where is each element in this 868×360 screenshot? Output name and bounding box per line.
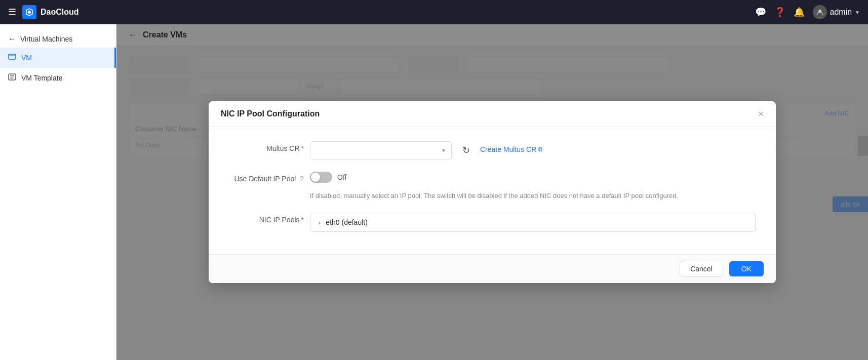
brand-name: DaoCloud bbox=[41, 8, 79, 17]
nic-ip-pools-row: NIC IP Pools* › eth0 (default) bbox=[229, 213, 756, 232]
help-icon[interactable]: ❓ bbox=[774, 7, 785, 18]
toggle-help-text: If disabled, manually select an IP pool.… bbox=[310, 191, 678, 201]
help-tooltip-icon[interactable]: ? bbox=[300, 175, 304, 183]
chat-icon[interactable]: 💬 bbox=[755, 7, 766, 18]
nic-pool-name: eth0 (default) bbox=[326, 218, 368, 226]
sidebar-item-vm[interactable]: VM bbox=[0, 48, 116, 68]
nic-pool-table: › eth0 (default) bbox=[310, 213, 756, 232]
default-ip-pool-row: Use Default IP Pool ? Off If disabled, m… bbox=[229, 172, 756, 201]
modal-header: NIC IP Pool Configuration × bbox=[209, 101, 776, 127]
sidebar-item-vm-template[interactable]: VM Template bbox=[0, 68, 116, 88]
multus-cr-label: Multus CR* bbox=[229, 141, 310, 152]
user-chevron-icon: ▼ bbox=[855, 10, 860, 15]
nic-ip-pools-label: NIC IP Pools* bbox=[229, 213, 310, 224]
main-layout: ← Virtual Machines VM VM Template ← Crea… bbox=[0, 24, 868, 360]
svg-rect-3 bbox=[9, 54, 16, 59]
vm-icon bbox=[8, 53, 16, 63]
default-ip-pool-control: Off If disabled, manually select an IP p… bbox=[310, 172, 756, 201]
nic-ip-pools-control: › eth0 (default) bbox=[310, 213, 756, 232]
user-name: admin bbox=[830, 8, 852, 17]
navbar: ☰ DaoCloud 💬 ❓ 🔔 admin ▼ bbox=[0, 0, 868, 24]
modal-close-button[interactable]: × bbox=[758, 109, 764, 118]
sidebar-item-vm-label: VM bbox=[21, 54, 32, 62]
default-ip-pool-label: Use Default IP Pool ? bbox=[229, 172, 310, 183]
navbar-right: 💬 ❓ 🔔 admin ▼ bbox=[755, 5, 860, 19]
brand-logo-icon bbox=[22, 5, 36, 19]
brand: DaoCloud bbox=[22, 5, 79, 19]
cancel-button[interactable]: Cancel bbox=[680, 261, 723, 277]
expand-row-icon[interactable]: › bbox=[319, 219, 321, 226]
vm-template-icon bbox=[8, 73, 16, 83]
sidebar-back-nav[interactable]: ← Virtual Machines bbox=[0, 30, 116, 48]
modal-overlay: NIC IP Pool Configuration × Multus CR* bbox=[116, 24, 868, 360]
toggle-row: Off bbox=[310, 172, 346, 183]
sidebar-item-vm-template-label: VM Template bbox=[21, 74, 62, 82]
toggle-state-label: Off bbox=[337, 173, 346, 181]
user-section[interactable]: admin ▼ bbox=[813, 5, 860, 19]
svg-point-1 bbox=[28, 11, 31, 14]
refresh-button[interactable]: ↻ bbox=[457, 141, 475, 159]
create-multus-cr-link[interactable]: Create Multus CR ⧉ bbox=[480, 141, 543, 153]
modal-body: Multus CR* ▾ ↻ Create Multus CR ⧉ bbox=[209, 127, 776, 255]
hamburger-icon[interactable]: ☰ bbox=[8, 7, 16, 18]
multus-cr-select[interactable]: ▾ bbox=[310, 141, 452, 159]
modal-footer: Cancel OK bbox=[209, 254, 776, 283]
multus-cr-control: ▾ ↻ Create Multus CR ⧉ bbox=[310, 141, 756, 159]
toggle-knob bbox=[311, 173, 320, 182]
content-area: ← Create VMs Image Add NIC Container NIC… bbox=[116, 24, 868, 360]
multus-cr-row: Multus CR* ▾ ↻ Create Multus CR ⧉ bbox=[229, 141, 756, 159]
notification-icon[interactable]: 🔔 bbox=[794, 7, 805, 18]
external-link-icon: ⧉ bbox=[538, 146, 543, 153]
nic-pool-row-eth0[interactable]: › eth0 (default) bbox=[310, 213, 755, 231]
modal-title: NIC IP Pool Configuration bbox=[221, 109, 320, 118]
ok-button[interactable]: OK bbox=[729, 261, 764, 276]
nic-ip-pool-modal: NIC IP Pool Configuration × Multus CR* bbox=[209, 101, 776, 284]
back-arrow-icon: ← bbox=[8, 34, 16, 44]
sidebar: ← Virtual Machines VM VM Template bbox=[0, 24, 116, 360]
sidebar-back-label: Virtual Machines bbox=[20, 35, 72, 43]
use-default-ip-pool-toggle[interactable] bbox=[310, 172, 332, 183]
navbar-left: ☰ DaoCloud bbox=[8, 5, 79, 19]
select-chevron-icon: ▾ bbox=[442, 147, 445, 154]
avatar bbox=[813, 5, 827, 19]
